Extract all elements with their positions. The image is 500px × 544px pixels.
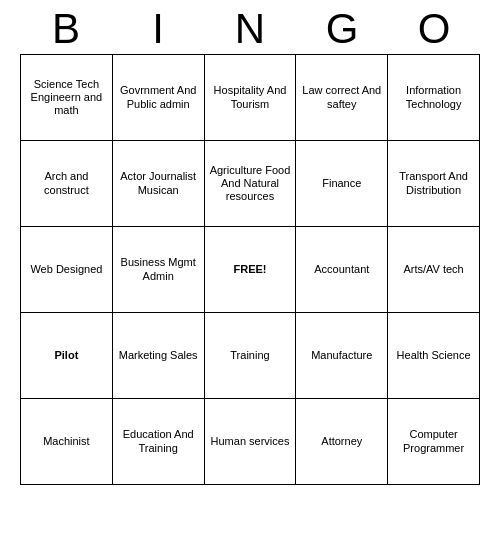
cell-r1-c2: Agriculture Food And Natural resources [204,141,296,227]
cell-r2-c4: Arts/AV tech [388,227,480,313]
cell-r1-c3: Finance [296,141,388,227]
cell-r0-c0: Science Tech Engineern and math [21,55,113,141]
cell-r2-c0: Web Designed [21,227,113,313]
cell-r0-c1: Govrnment And Public admin [112,55,204,141]
cell-r0-c2: Hospitality And Tourism [204,55,296,141]
letter-g: G [298,8,386,50]
cell-r3-c1: Marketing Sales [112,313,204,399]
cell-r1-c0: Arch and construct [21,141,113,227]
letter-n: N [206,8,294,50]
cell-r0-c3: Law correct And saftey [296,55,388,141]
bingo-grid: Science Tech Engineern and mathGovrnment… [20,54,480,485]
cell-r4-c1: Education And Training [112,399,204,485]
cell-r4-c4: Computer Programmer [388,399,480,485]
cell-r4-c2: Human services [204,399,296,485]
cell-r3-c4: Health Science [388,313,480,399]
cell-r2-c1: Business Mgmt Admin [112,227,204,313]
letter-b: B [22,8,110,50]
cell-r2-c3: Accountant [296,227,388,313]
cell-r4-c0: Machinist [21,399,113,485]
cell-r3-c3: Manufacture [296,313,388,399]
letter-o: O [390,8,478,50]
letter-i: I [114,8,202,50]
cell-r3-c2: Training [204,313,296,399]
cell-r4-c3: Attorney [296,399,388,485]
cell-r2-c2: FREE! [204,227,296,313]
cell-r1-c4: Transport And Distribution [388,141,480,227]
cell-r0-c4: Information Technology [388,55,480,141]
cell-r1-c1: Actor Journalist Musican [112,141,204,227]
cell-r3-c0: Pilot [21,313,113,399]
bingo-title: B I N G O [20,8,480,50]
